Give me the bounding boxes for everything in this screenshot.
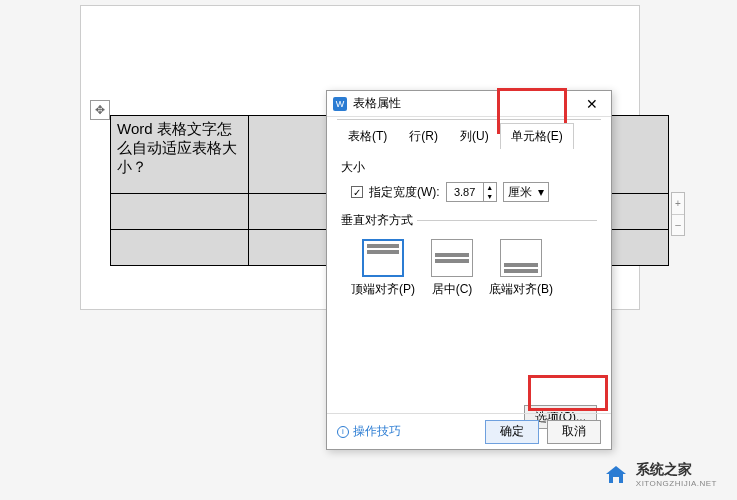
specify-width-label: 指定宽度(W): [369,184,440,201]
valign-center-icon [431,239,473,277]
tab-row[interactable]: 行(R) [398,123,449,149]
watermark-cn: 系统之家 [636,461,717,479]
tab-table[interactable]: 表格(T) [337,123,398,149]
unit-value: 厘米 [508,184,532,201]
valign-top-option[interactable]: 顶端对齐(P) [351,239,415,298]
table-cell[interactable] [249,194,335,230]
table-properties-dialog: W 表格属性 ✕ 表格(T) 行(R) 列(U) 单元格(E) 大小 ✓ 指定宽… [326,90,612,450]
dialog-title: 表格属性 [353,95,579,112]
close-icon: ✕ [586,96,598,112]
table-cell[interactable] [111,230,249,266]
dialog-footer: i 操作技巧 确定 取消 [327,413,611,449]
dialog-titlebar[interactable]: W 表格属性 ✕ [327,91,611,117]
valign-center-option[interactable]: 居中(C) [431,239,473,298]
info-icon: i [337,426,349,438]
chevron-down-icon: ▾ [538,185,544,199]
dash-icon[interactable]: – [672,215,684,236]
side-handle[interactable]: + – [671,192,685,236]
table-cell[interactable] [111,194,249,230]
spinner-down-icon[interactable]: ▼ [484,192,496,201]
spinner-up-icon[interactable]: ▲ [484,183,496,192]
valign-bottom-icon [500,239,542,277]
size-group-label: 大小 [341,159,597,176]
close-button[interactable]: ✕ [579,94,605,114]
dialog-tabs: 表格(T) 行(R) 列(U) 单元格(E) [327,117,611,149]
valign-group-label: 垂直对齐方式 [341,212,597,229]
app-icon: W [333,97,347,111]
watermark-en: XITONGZHIJIA.NET [636,479,717,488]
table-cell[interactable]: Word 表格文字怎么自动适应表格大小？ [111,116,249,194]
specify-width-checkbox[interactable]: ✓ [351,186,363,198]
house-icon [602,463,630,487]
valign-center-label: 居中(C) [432,281,473,298]
watermark: 系统之家 XITONGZHIJIA.NET [602,461,717,488]
valign-top-icon [362,239,404,277]
width-value[interactable]: 3.87 [447,186,483,198]
cancel-button[interactable]: 取消 [547,420,601,444]
tips-label: 操作技巧 [353,423,401,440]
table-cell[interactable] [249,230,335,266]
tab-column[interactable]: 列(U) [449,123,500,149]
valign-top-label: 顶端对齐(P) [351,281,415,298]
valign-bottom-option[interactable]: 底端对齐(B) [489,239,553,298]
table-cell[interactable] [249,116,335,194]
ok-button[interactable]: 确定 [485,420,539,444]
tab-cell[interactable]: 单元格(E) [500,123,574,149]
unit-select[interactable]: 厘米 ▾ [503,182,549,202]
width-spinner[interactable]: 3.87 ▲ ▼ [446,182,497,202]
valign-bottom-label: 底端对齐(B) [489,281,553,298]
table-move-handle-icon[interactable]: ✥ [90,100,110,120]
tips-link[interactable]: i 操作技巧 [337,423,477,440]
plus-icon[interactable]: + [672,193,684,215]
dialog-body: 大小 ✓ 指定宽度(W): 3.87 ▲ ▼ 厘米 ▾ 垂直对齐方式 [327,149,611,312]
